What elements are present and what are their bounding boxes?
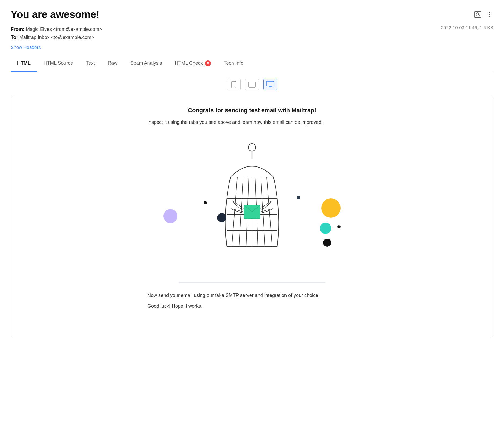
tab-text[interactable]: Text (79, 56, 101, 72)
tabs-bar: HTML HTML Source Text Raw Spam Analysis … (11, 56, 493, 72)
from-value: Magic Elves <from@example.com> (26, 27, 102, 32)
email-header-row: You are awesome! (11, 9, 493, 21)
email-date-size: 2022-10-03 11:46, 1.6 KB (441, 25, 493, 31)
dot-dark-navy (217, 213, 226, 222)
scroll-hint (179, 282, 325, 283)
svg-point-1 (489, 12, 490, 13)
email-body-subtext: Inspect it using the tabs you see above … (147, 119, 357, 126)
to-label: To: (11, 35, 18, 40)
svg-rect-0 (474, 11, 481, 18)
email-viewer: You are awesome! From (0, 0, 504, 348)
svg-rect-8 (266, 81, 274, 86)
dot-small-black-right (337, 225, 341, 228)
tab-html[interactable]: HTML (11, 56, 37, 72)
birdcage-svg (209, 142, 295, 266)
tab-raw[interactable]: Raw (101, 56, 124, 72)
dot-teal (320, 223, 331, 234)
tab-tech-info[interactable]: Tech Info (217, 56, 250, 72)
html-check-badge: 6 (205, 60, 211, 66)
svg-point-11 (248, 144, 256, 151)
email-subject: You are awesome! (11, 9, 100, 21)
to-row: To: Mailtrap Inbox <to@example.com> (11, 33, 102, 42)
email-meta-left: From: Magic Elves <from@example.com> To:… (11, 25, 102, 42)
dot-purple (163, 209, 177, 223)
more-options-icon[interactable] (486, 11, 493, 20)
to-value: Mailtrap Inbox <to@example.com> (19, 35, 94, 40)
svg-rect-6 (249, 82, 255, 87)
tab-html-source[interactable]: HTML Source (37, 56, 79, 72)
header-actions (474, 9, 493, 20)
email-content-wrapper: Congrats for sending test email with Mai… (11, 96, 493, 337)
svg-line-18 (232, 177, 237, 246)
show-headers-link[interactable]: Show Headers (11, 45, 41, 50)
svg-line-24 (267, 177, 272, 246)
view-toggles (11, 72, 493, 96)
from-row: From: Magic Elves <from@example.com> (11, 25, 102, 34)
email-footer-text: Now send your email using our fake SMTP … (147, 291, 357, 310)
tab-spam-analysis[interactable]: Spam Analysis (124, 56, 168, 72)
desktop-view-toggle[interactable] (263, 79, 277, 90)
email-body-heading: Congrats for sending test email with Mai… (147, 107, 357, 114)
dot-small-dark-right (297, 196, 300, 199)
email-content-inner: Congrats for sending test email with Mai… (147, 107, 357, 310)
dot-black-large-right (323, 239, 331, 247)
mobile-view-toggle[interactable] (227, 79, 241, 90)
footer-line-2: Good luck! Hope it works. (147, 302, 357, 310)
cage-illustration (147, 134, 357, 274)
tab-html-check[interactable]: HTML Check 6 (168, 56, 217, 72)
svg-point-3 (489, 16, 490, 17)
dot-yellow (321, 198, 341, 218)
email-meta-row: From: Magic Elves <from@example.com> To:… (11, 25, 493, 42)
forward-icon[interactable] (474, 11, 481, 20)
svg-point-2 (489, 14, 490, 15)
dot-small-black-left (204, 201, 207, 204)
footer-line-1: Now send your email using our fake SMTP … (147, 291, 357, 300)
tablet-view-toggle[interactable] (245, 79, 259, 90)
from-label: From: (11, 27, 24, 32)
